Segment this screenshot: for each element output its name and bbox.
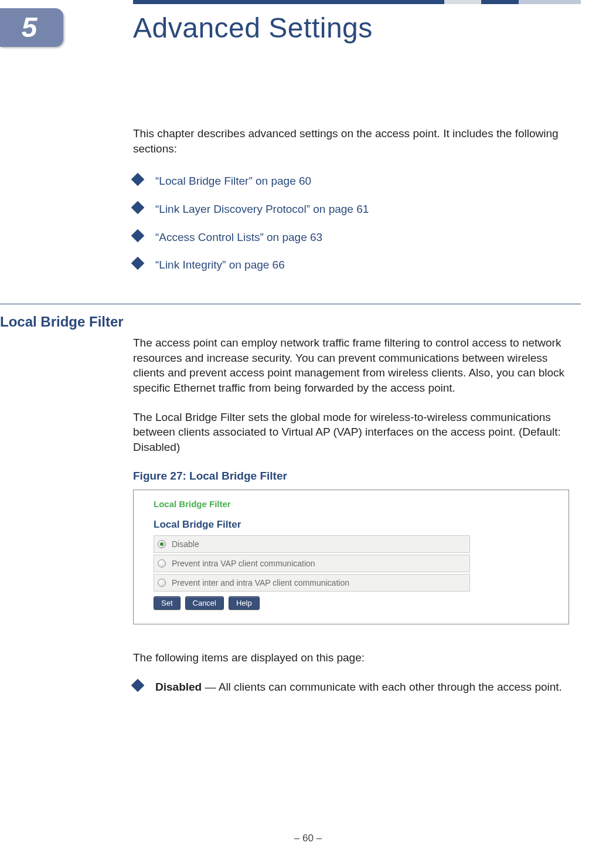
intro-paragraph: This chapter describes advanced settings… xyxy=(133,126,569,156)
item-term: Disabled xyxy=(155,681,202,693)
figure-screenshot: Local Bridge Filter Local Bridge Filter … xyxy=(133,490,569,624)
item-list: Disabled — All clients can communicate w… xyxy=(133,680,569,695)
set-button[interactable]: Set xyxy=(154,596,181,610)
toc-item: “Local Bridge Filter” on page 60 xyxy=(133,174,569,189)
toc-link[interactable]: “Link Integrity” on page 66 xyxy=(155,259,285,271)
radio-unselected-icon xyxy=(158,579,166,587)
radio-label: Disable xyxy=(172,539,199,550)
radio-label: Prevent intra VAP client communication xyxy=(172,558,315,569)
toc-item: “Link Layer Discovery Protocol” on page … xyxy=(133,202,569,217)
radio-selected-icon xyxy=(158,540,166,548)
toc-link[interactable]: “Link Layer Discovery Protocol” on page … xyxy=(155,203,369,215)
body-paragraph: The access point can employ network traf… xyxy=(133,335,569,396)
chapter-title: Advanced Settings xyxy=(133,9,373,47)
diamond-bullet-icon xyxy=(131,679,145,692)
radio-option-intra[interactable]: Prevent intra VAP client communication xyxy=(154,555,470,572)
radio-unselected-icon xyxy=(158,559,166,568)
page-number: – 60 – xyxy=(0,832,616,845)
radio-option-disable[interactable]: Disable xyxy=(154,535,470,553)
radio-option-inter-intra[interactable]: Prevent inter and intra VAP client commu… xyxy=(154,574,470,592)
list-item: Disabled — All clients can communicate w… xyxy=(133,680,569,695)
diamond-bullet-icon xyxy=(131,173,145,186)
body-paragraph: The Local Bridge Filter sets the global … xyxy=(133,410,569,455)
toc-link[interactable]: “Access Control Lists” on page 63 xyxy=(155,231,322,243)
diamond-bullet-icon xyxy=(131,229,145,242)
header-stripe xyxy=(133,0,581,4)
cancel-button[interactable]: Cancel xyxy=(185,596,224,610)
diamond-bullet-icon xyxy=(131,257,145,270)
figure-panel-title: Local Bridge Filter xyxy=(154,518,560,532)
toc-item: “Link Integrity” on page 66 xyxy=(133,257,569,273)
help-button[interactable]: Help xyxy=(229,596,260,610)
radio-label: Prevent inter and intra VAP client commu… xyxy=(172,578,349,589)
items-intro: The following items are displayed on thi… xyxy=(133,650,569,665)
chapter-number: 5 xyxy=(22,9,38,47)
section-heading: Local Bridge Filter xyxy=(0,312,124,331)
figure-caption: Figure 27: Local Bridge Filter xyxy=(133,468,569,484)
item-description: — All clients can communicate with each … xyxy=(202,681,562,693)
diamond-bullet-icon xyxy=(131,201,145,215)
section-divider xyxy=(0,304,581,304)
toc-link[interactable]: “Local Bridge Filter” on page 60 xyxy=(155,175,311,187)
chapter-number-badge: 5 xyxy=(0,8,63,47)
button-row: Set Cancel Help xyxy=(154,596,560,610)
figure-small-title: Local Bridge Filter xyxy=(154,498,560,510)
toc-item: “Access Control Lists” on page 63 xyxy=(133,230,569,245)
toc-list: “Local Bridge Filter” on page 60 “Link L… xyxy=(133,174,569,273)
